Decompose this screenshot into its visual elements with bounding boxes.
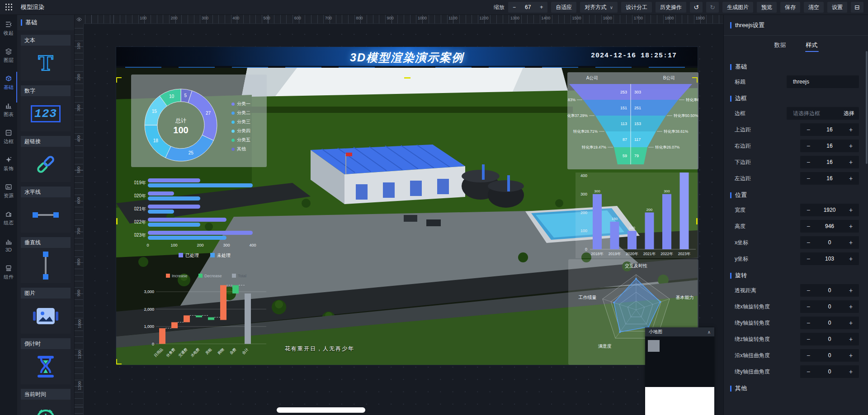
minimap-header[interactable]: 小地图 ∧: [645, 327, 714, 336]
rail-item-decorate[interactable]: 装饰: [0, 150, 17, 177]
rail-item-config[interactable]: 组态: [0, 205, 17, 232]
component-item-number[interactable]: 数字123: [21, 85, 71, 131]
increase-button[interactable]: +: [843, 352, 859, 359]
selection-handle[interactable]: [116, 218, 118, 224]
minimap-viewport[interactable]: [648, 340, 660, 352]
rail-item-border[interactable]: 边框: [0, 123, 17, 150]
decrease-button[interactable]: −: [800, 175, 816, 182]
stepper-value[interactable]: 0: [816, 287, 843, 294]
panel-scrollbar[interactable]: [866, 51, 868, 164]
history-button[interactable]: 历史操作: [656, 2, 686, 13]
border-select[interactable]: 请选择边框选择: [787, 107, 859, 120]
stepper-value[interactable]: 1920: [816, 207, 843, 213]
component-item-countdown[interactable]: 倒计时: [21, 338, 71, 384]
hbar-chart[interactable]: 2019年2020年2021年2022年2023年0100200300400已处…: [134, 176, 283, 266]
editor-canvas[interactable]: 1002003004005006007008009001000110012001…: [75, 15, 723, 415]
donut-chart[interactable]: 52725181510总计100 分类一分类二分类三分类四分类五其他: [131, 75, 267, 167]
stepper-value[interactable]: 16: [816, 175, 843, 182]
undo-icon[interactable]: ↺: [690, 2, 703, 13]
selection-corner[interactable]: [692, 77, 698, 83]
design-division-button[interactable]: 设计分工: [621, 2, 652, 13]
component-item-image[interactable]: 图片: [21, 288, 71, 334]
dashboard-preview[interactable]: 3D模型渲染演示案例 2024-12-16 18:25:17 527251815…: [116, 47, 698, 365]
zoom-value[interactable]: 67: [520, 4, 535, 10]
title-input[interactable]: threejs: [787, 75, 859, 88]
settings-button[interactable]: 设置: [827, 2, 847, 13]
increase-button[interactable]: +: [843, 159, 859, 166]
component-item-link[interactable]: 超链接: [21, 136, 71, 182]
rail-item-basic[interactable]: 基础: [0, 69, 17, 96]
horizontal-scrollbar[interactable]: [277, 407, 365, 413]
increase-button[interactable]: +: [843, 206, 859, 214]
component-item-text[interactable]: 文本T: [21, 35, 71, 81]
rail-item-collapse[interactable]: 收起: [0, 15, 17, 42]
selection-handle[interactable]: [404, 77, 410, 79]
clear-button[interactable]: 清空: [804, 2, 824, 13]
stepper-value[interactable]: 16: [816, 159, 843, 165]
rail-item-layers[interactable]: 图层: [0, 42, 17, 69]
increase-button[interactable]: +: [843, 255, 859, 262]
legend-item[interactable]: 其他: [231, 146, 250, 152]
funnel-chart[interactable]: A公司B公司253303151251113153871175979转化率43.8…: [567, 72, 698, 169]
decrease-button[interactable]: −: [800, 303, 816, 310]
increase-button[interactable]: +: [843, 223, 859, 230]
decrease-button[interactable]: −: [800, 319, 816, 326]
selection-handle[interactable]: [696, 218, 698, 224]
increase-button[interactable]: +: [843, 303, 859, 310]
decrease-button[interactable]: −: [800, 159, 816, 166]
decrease-button[interactable]: −: [800, 352, 816, 359]
save-button[interactable]: 保存: [780, 2, 800, 13]
legend-item[interactable]: 分类四: [231, 128, 250, 134]
increase-button[interactable]: +: [843, 287, 859, 294]
stepper-value[interactable]: 103: [816, 256, 843, 262]
decrease-button[interactable]: −: [800, 368, 816, 375]
rail-item-widget[interactable]: 组件: [0, 259, 17, 286]
increase-button[interactable]: +: [843, 126, 859, 133]
stepper-value[interactable]: 0: [816, 336, 843, 342]
generate-image-button[interactable]: 生成图片: [722, 2, 753, 13]
decrease-button[interactable]: −: [800, 239, 816, 246]
redo-icon[interactable]: ↻: [706, 2, 719, 13]
increase-button[interactable]: +: [843, 336, 859, 343]
decrease-button[interactable]: −: [800, 255, 816, 262]
legend-item[interactable]: 分类二: [231, 110, 250, 116]
align-dropdown[interactable]: 对齐方式 ∨: [580, 2, 618, 13]
app-grid-icon[interactable]: [5, 4, 13, 11]
stepper-value[interactable]: 16: [816, 126, 843, 133]
increase-button[interactable]: +: [843, 319, 859, 326]
decrease-button[interactable]: −: [800, 287, 816, 294]
legend-item[interactable]: 分类五: [231, 137, 250, 143]
rail-item-chart[interactable]: 图表: [0, 96, 17, 123]
component-item-time[interactable]: 当前时间: [21, 389, 71, 415]
minimap-body[interactable]: [645, 336, 714, 387]
eye-icon[interactable]: [75, 15, 84, 24]
increase-button[interactable]: +: [843, 142, 859, 149]
stepper-value[interactable]: 0: [816, 352, 843, 359]
component-item-hline[interactable]: 水平线: [21, 187, 71, 233]
increase-button[interactable]: +: [843, 368, 859, 375]
zoom-in-button[interactable]: +: [535, 4, 547, 10]
panel-toggle-icon[interactable]: ⊟: [851, 2, 863, 13]
increase-button[interactable]: +: [843, 239, 859, 246]
decrease-button[interactable]: −: [800, 142, 816, 149]
stepper-value[interactable]: 0: [816, 320, 843, 326]
stepper-value[interactable]: 0: [816, 368, 843, 375]
fit-button[interactable]: 自适应: [551, 2, 576, 13]
minimap-map[interactable]: [645, 387, 714, 415]
rail-item-resource[interactable]: 资源: [0, 177, 17, 205]
decrease-button[interactable]: −: [800, 223, 816, 230]
stepper-value[interactable]: 0: [816, 303, 843, 310]
preview-button[interactable]: 预览: [757, 2, 777, 13]
tab-style[interactable]: 样式: [806, 41, 818, 52]
decrease-button[interactable]: −: [800, 336, 816, 343]
component-item-vline[interactable]: 垂直线: [21, 237, 71, 283]
increase-button[interactable]: +: [843, 175, 859, 182]
decrease-button[interactable]: −: [800, 126, 816, 133]
zoom-out-button[interactable]: −: [508, 4, 520, 10]
decrease-button[interactable]: −: [800, 206, 816, 214]
stepper-value[interactable]: 0: [816, 239, 843, 246]
rail-item-threed[interactable]: 3D: [0, 232, 17, 259]
chevron-up-icon[interactable]: ∧: [708, 330, 711, 335]
legend-item[interactable]: 分类三: [231, 119, 250, 125]
vbar-chart[interactable]: 40030020010003002018年1502019年1002020年200…: [576, 173, 698, 258]
